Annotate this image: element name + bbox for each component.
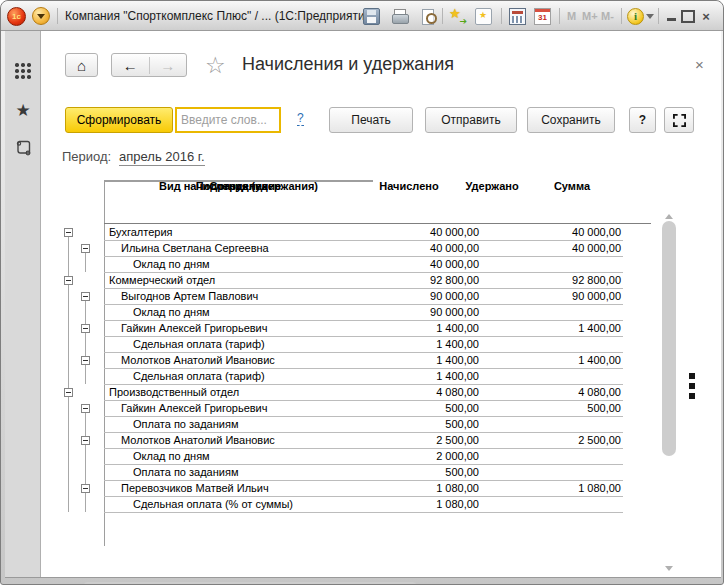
vertical-scrollbar-thumb[interactable] [662, 221, 676, 456]
cell-total: 1 080,00 [528, 480, 623, 496]
send-button[interactable]: Отправить [425, 107, 517, 133]
divider [621, 8, 622, 24]
add-favorite-icon[interactable] [449, 8, 466, 25]
table-row[interactable]: Гайкин Алексей Григорьевич500,00500,00 [104, 400, 623, 416]
collapse-group-button[interactable] [64, 388, 73, 397]
back-arrow-icon: ← [123, 57, 138, 74]
cell-total: 40 000,00 [528, 224, 623, 240]
generate-button[interactable]: Сформировать [65, 107, 173, 133]
table-row[interactable]: Сдельная оплата (тариф)1 400,00 [104, 336, 623, 352]
column-header-accrued: Начислено [349, 180, 469, 192]
cell-total: 500,00 [528, 400, 623, 416]
row-label: Производственный отдел [104, 384, 373, 400]
row-separator [104, 320, 623, 321]
cell-accrued: 1 080,00 [373, 496, 483, 512]
print-preview-icon[interactable] [420, 8, 437, 25]
tree-connector-line [85, 301, 86, 384]
collapse-group-button[interactable] [81, 404, 90, 413]
print-icon[interactable] [391, 8, 408, 25]
table-row[interactable]: Оклад по дням2 000,00 [104, 448, 623, 464]
cell-withheld [483, 480, 528, 496]
window-close-button[interactable]: × [698, 1, 714, 31]
vscroll-down-arrow[interactable] [665, 566, 673, 571]
home-button[interactable]: ⌂ [65, 53, 98, 77]
help-button[interactable]: ? [629, 107, 656, 133]
cell-total [528, 368, 623, 384]
row-separator [104, 240, 623, 241]
divider [559, 8, 560, 24]
collapse-group-button[interactable] [64, 228, 73, 237]
cell-withheld [483, 272, 528, 288]
cell-withheld [483, 304, 528, 320]
row-label: Бухгалтерия [104, 224, 373, 240]
table-row[interactable]: Гайкин Алексей Григорьевич1 400,001 400,… [104, 320, 623, 336]
collapse-group-button[interactable] [81, 356, 90, 365]
menu-grid-icon [15, 63, 31, 79]
page-title: Начисления и удержания [242, 54, 454, 75]
sidebar-menu-button[interactable] [5, 63, 41, 79]
1c-app-icon[interactable]: 1c [7, 1, 26, 31]
cell-total: 1 400,00 [528, 352, 623, 368]
minimize-button[interactable] [663, 1, 679, 31]
save-button[interactable]: Сохранить [527, 107, 615, 133]
table-row[interactable]: Коммерческий отдел92 800,0092 800,00 [104, 272, 623, 288]
collapse-group-button[interactable] [81, 484, 90, 493]
cell-total: 1 400,00 [528, 320, 623, 336]
cell-accrued: 92 800,00 [373, 272, 483, 288]
cell-accrued: 2 500,00 [373, 432, 483, 448]
sidebar-history-button[interactable] [5, 139, 41, 158]
calendar-icon[interactable] [534, 8, 551, 25]
table-bottom-rule [104, 512, 623, 513]
table-row[interactable]: Производственный отдел4 080,004 080,00 [104, 384, 623, 400]
history-scroll-icon [15, 139, 32, 158]
print-button[interactable]: Печать [329, 107, 413, 133]
memory-recall-button[interactable]: M [567, 1, 576, 31]
memory-plus-button[interactable]: M+ [582, 1, 598, 31]
sidebar-favorites-button[interactable]: ★ [5, 102, 41, 119]
table-row[interactable]: Выгоднов Артем Павлович90 000,0090 000,0… [104, 288, 623, 304]
search-input[interactable] [175, 107, 281, 133]
collapse-group-button[interactable] [81, 292, 90, 301]
collapse-group-button[interactable] [64, 276, 73, 285]
calculator-icon[interactable] [509, 8, 526, 25]
info-button[interactable]: i [627, 1, 644, 31]
column-header-withheld: Удержано [452, 180, 532, 192]
period-value-link[interactable]: апрель 2016 г. [119, 149, 205, 166]
table-row[interactable]: Оплата по заданиям500,00 [104, 416, 623, 432]
row-separator [104, 288, 623, 289]
collapse-group-button[interactable] [81, 244, 90, 253]
table-row[interactable]: Молотков Анатолий Ивановис1 400,001 400,… [104, 352, 623, 368]
system-menu-button[interactable] [32, 1, 50, 31]
info-menu-button[interactable] [646, 1, 654, 31]
right-panel-handle[interactable] [689, 373, 695, 403]
cell-accrued: 1 400,00 [373, 352, 483, 368]
back-button[interactable]: ← [112, 57, 150, 74]
table-row[interactable]: Перевозчиков Матвей Ильич1 080,001 080,0… [104, 480, 623, 496]
cell-accrued: 1 400,00 [373, 368, 483, 384]
collapse-group-button[interactable] [81, 324, 90, 333]
row-separator [104, 464, 623, 465]
table-row[interactable]: Сдельная оплата (тариф)1 400,00 [104, 368, 623, 384]
table-row[interactable]: Оклад по дням40 000,00 [104, 256, 623, 272]
collapse-group-button[interactable] [81, 436, 90, 445]
nav-history-group: ← → [111, 53, 187, 77]
maximize-button[interactable] [680, 1, 696, 31]
forward-button[interactable]: → [150, 57, 187, 74]
column-header-total: Сумма [532, 180, 612, 192]
table-row[interactable]: Ильина Светлана Сергеевна40 000,0040 000… [104, 240, 623, 256]
fullscreen-button[interactable] [664, 107, 694, 133]
table-row[interactable]: Оклад по дням90 000,00 [104, 304, 623, 320]
memory-minus-button[interactable]: M- [601, 1, 614, 31]
favorites-list-icon[interactable] [475, 8, 492, 25]
table-row[interactable]: Бухгалтерия40 000,0040 000,00 [104, 224, 623, 240]
table-row[interactable]: Молотков Анатолий Ивановис2 500,002 500,… [104, 432, 623, 448]
cell-withheld [483, 384, 528, 400]
vscroll-up-arrow[interactable] [665, 214, 673, 219]
table-row[interactable]: Сдельная оплата (% от суммы)1 080,00 [104, 496, 623, 512]
row-label: Молотков Анатолий Ивановис [104, 352, 373, 368]
favorite-toggle-star-icon[interactable]: ☆ [205, 54, 226, 77]
table-row[interactable]: Оплата по заданиям500,00 [104, 464, 623, 480]
form-close-button[interactable]: × [695, 57, 704, 72]
save-icon[interactable] [363, 8, 380, 25]
search-help-link[interactable]: ? [297, 112, 304, 126]
